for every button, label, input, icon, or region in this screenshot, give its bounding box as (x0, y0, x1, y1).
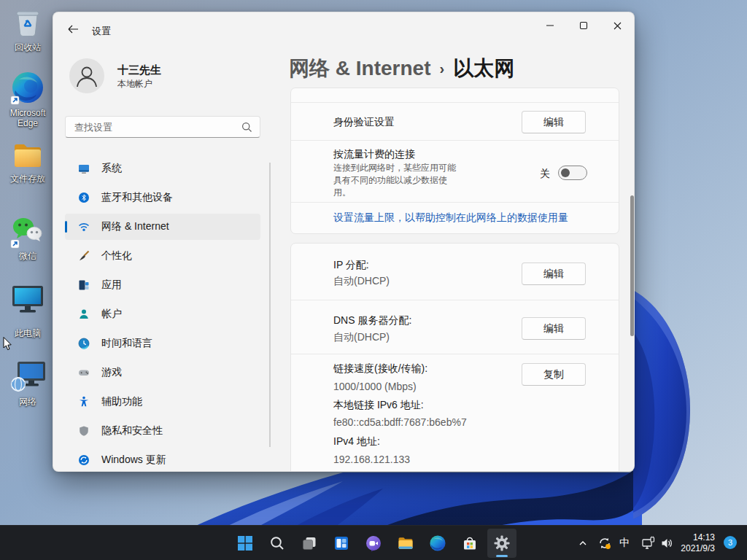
back-button[interactable] (63, 21, 82, 37)
desktop-icon-label: 网络 (0, 397, 55, 407)
tray-ime-indicator[interactable]: 中 (616, 529, 633, 558)
desktop-icon-this-pc[interactable]: 此电脑 (0, 281, 55, 338)
nav-label: 应用 (101, 279, 122, 292)
bluetooth-icon (78, 192, 90, 203)
clock-icon (78, 338, 90, 349)
ip-edit-button[interactable]: 编辑 (522, 262, 586, 285)
nav-item-gaming[interactable]: 游戏 (65, 359, 260, 386)
sidebar-scrollbar[interactable] (269, 163, 271, 447)
titlebar: 设置 (53, 12, 634, 39)
nav-item-apps[interactable]: 应用 (65, 272, 260, 298)
nav-label: 个性化 (101, 249, 132, 262)
update-icon (78, 454, 90, 466)
store-icon (461, 534, 479, 552)
breadcrumb: 网络 & Internet›以太网 (289, 55, 514, 82)
desktop-icon-network[interactable]: 网络 (0, 359, 55, 407)
nav-label: Windows 更新 (101, 454, 166, 467)
breadcrumb-current: 以太网 (453, 57, 514, 79)
store-button[interactable] (455, 529, 484, 558)
data-limit-link[interactable]: 设置流量上限，以帮助控制在此网络上的数据使用量 (333, 211, 568, 225)
window-scrollbar[interactable] (630, 195, 634, 336)
desktop-icon-label: 文件存放 (0, 174, 55, 184)
nav-item-accounts[interactable]: 帐户 (65, 301, 260, 327)
breadcrumb-separator: › (430, 61, 453, 77)
search-taskbar-button[interactable] (263, 529, 292, 558)
nav-item-accessibility[interactable]: 辅助功能 (65, 389, 260, 415)
divider (291, 102, 619, 103)
desktop-icon-files[interactable]: 文件存放 (0, 137, 55, 184)
task-view-icon (301, 535, 317, 551)
ipv6-label: 本地链接 IPv6 地址: (333, 399, 424, 412)
nav-item-network-internet[interactable]: 网络 & Internet (65, 214, 260, 240)
tray-date: 2021/9/3 (681, 543, 715, 554)
nav-item-bluetooth-devices[interactable]: 蓝牙和其他设备 (65, 184, 260, 211)
settings-window: 设置 十三先生 本地帐户 查找设置 (53, 12, 635, 472)
accessibility-icon (78, 396, 90, 408)
brush-icon (78, 250, 90, 262)
widgets-button[interactable] (327, 529, 356, 558)
ip-assignment-value: 自动(DHCP) (333, 275, 390, 288)
notification-count: 3 (728, 538, 732, 547)
tray-chevron-up[interactable] (574, 529, 592, 558)
link-speed-label: 链接速度(接收/传输): (333, 362, 427, 376)
toggle-state-label: 关 (540, 168, 550, 181)
notification-badge[interactable]: 3 (724, 536, 737, 549)
widgets-icon (333, 535, 349, 551)
taskbar: 中 14:13 2021/9/3 (0, 525, 747, 560)
tray-update-icon[interactable] (595, 529, 614, 558)
nav-label: 隐私和安全性 (101, 424, 163, 438)
copy-button[interactable]: 复制 (522, 363, 586, 386)
ipv6-value: fe80::cd5a:bdff:7687:b6eb%7 (333, 416, 467, 428)
tray-time: 14:13 (681, 532, 715, 543)
tray-clock[interactable]: 14:13 2021/9/3 (681, 532, 715, 554)
system-icon (78, 163, 90, 174)
gamepad-icon (78, 367, 90, 378)
metered-title: 按流量计费的连接 (333, 148, 415, 161)
dns-edit-button[interactable]: 编辑 (522, 317, 586, 340)
nav-item-system[interactable]: 系统 (65, 155, 260, 182)
nav-item-personalization[interactable]: 个性化 (65, 243, 260, 269)
folder-icon (10, 137, 45, 172)
nav-label: 辅助功能 (101, 395, 142, 408)
nav-label: 网络 & Internet (101, 220, 169, 233)
search-icon (241, 122, 252, 133)
nav-list: 系统 蓝牙和其他设备 网络 & Internet 个性化 应用 (65, 155, 260, 472)
divider (291, 202, 619, 203)
avatar[interactable] (69, 58, 104, 93)
tray-volume-icon[interactable] (658, 529, 676, 558)
desktop-icon-wechat[interactable]: 微信 (0, 213, 55, 261)
nav-label: 游戏 (101, 366, 122, 379)
wechat-icon (9, 213, 46, 249)
desktop-icon-edge[interactable]: Microsoft Edge (0, 70, 55, 128)
start-button[interactable] (231, 529, 260, 558)
toggle-knob (561, 168, 570, 177)
auth-settings-label: 身份验证设置 (333, 116, 395, 129)
windows-logo-icon (237, 535, 253, 551)
edge-icon (9, 70, 46, 106)
nav-item-time-language[interactable]: 时间和语言 (65, 330, 260, 357)
ipv4-label: IPv4 地址: (333, 435, 380, 448)
breadcrumb-root[interactable]: 网络 & Internet (289, 57, 430, 79)
close-button[interactable] (600, 12, 634, 39)
file-explorer-button[interactable] (391, 529, 420, 558)
maximize-button[interactable] (567, 12, 600, 39)
search-icon (269, 535, 285, 551)
desktop-icon-label: Microsoft Edge (0, 108, 55, 128)
task-view-button[interactable] (295, 529, 324, 558)
dns-assignment-value: 自动(DHCP) (333, 331, 390, 344)
settings-taskbar-button[interactable] (487, 529, 516, 558)
desktop-icon-label: 回收站 (0, 42, 55, 52)
metered-toggle[interactable] (558, 166, 587, 180)
search-input[interactable]: 查找设置 (65, 116, 260, 138)
minimize-button[interactable] (533, 12, 567, 39)
this-pc-icon (9, 281, 46, 327)
desktop-icon-label: 微信 (0, 251, 55, 261)
nav-item-privacy-security[interactable]: 隐私和安全性 (65, 418, 260, 444)
chat-button[interactable] (359, 529, 388, 558)
nav-item-windows-update[interactable]: Windows 更新 (65, 447, 260, 472)
auth-edit-button[interactable]: 编辑 (522, 111, 586, 133)
tray-network-icon[interactable] (639, 529, 658, 558)
desktop-icon-recycle-bin[interactable]: 回收站 (0, 6, 55, 52)
edge-taskbar-button[interactable] (423, 529, 452, 558)
dns-assignment-label: DNS 服务器分配: (333, 314, 411, 327)
